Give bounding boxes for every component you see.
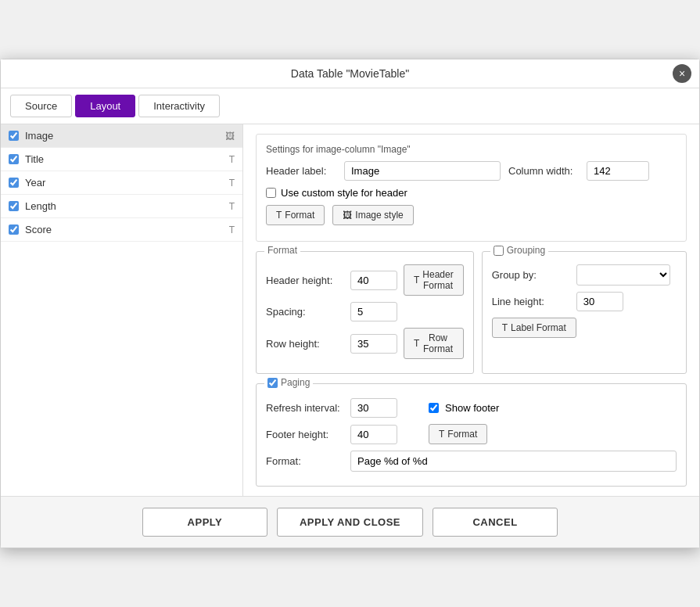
header-height-label: Header height:: [266, 275, 344, 286]
format-button[interactable]: T Format: [266, 205, 325, 225]
column-checkbox-year[interactable]: [9, 178, 19, 188]
label-format-row: T Label Format: [492, 318, 677, 338]
tab-layout[interactable]: Layout: [75, 95, 135, 117]
paging-checkbox[interactable]: [267, 378, 278, 388]
column-item-title[interactable]: Title T: [1, 148, 242, 171]
group-by-select[interactable]: Title Year Length Score: [576, 264, 670, 286]
column-item-length[interactable]: Length T: [1, 195, 242, 218]
cancel-button[interactable]: CANCEL: [433, 508, 558, 537]
header-height-input[interactable]: [350, 271, 397, 290]
column-checkbox-length[interactable]: [9, 201, 19, 211]
column-checkbox-title[interactable]: [9, 154, 19, 164]
header-height-row: Header height: T Header Format: [266, 264, 464, 296]
column-width-label-text: Column width:: [508, 165, 579, 177]
line-height-input[interactable]: [576, 292, 623, 311]
label-format-button[interactable]: T Label Format: [492, 318, 576, 338]
settings-panel: Settings for image-column "Image" Header…: [243, 124, 699, 496]
header-format-btn-label: Header Format: [422, 269, 453, 291]
custom-style-checkbox[interactable]: [266, 188, 276, 198]
column-label-score: Score: [25, 224, 229, 235]
paging-section: Paging Refresh interval: Show footer: [256, 383, 687, 487]
footer-format-button[interactable]: T Format: [429, 424, 487, 444]
paging-format-row: Format:: [266, 451, 677, 472]
refresh-interval-label: Refresh interval:: [266, 402, 344, 414]
show-footer-row: Show footer: [429, 402, 499, 414]
show-footer-label: Show footer: [445, 402, 499, 414]
paging-top-row: Refresh interval: Show footer: [266, 398, 677, 424]
footer-height-row: Footer height:: [266, 425, 397, 444]
format-image-row: T Format 🖼 Image style: [266, 205, 677, 225]
spacing-input[interactable]: [350, 302, 397, 321]
grouping-checkbox[interactable]: [494, 246, 504, 256]
row-format-button[interactable]: T Row Format: [404, 328, 464, 359]
image-style-button[interactable]: 🖼 Image style: [332, 205, 413, 225]
row-height-row: Row height: T Row Format: [266, 328, 464, 359]
column-width-input[interactable]: [587, 161, 649, 181]
modal-header: Data Table "MovieTable" ×: [1, 59, 699, 88]
modal: Data Table "MovieTable" × Source Layout …: [0, 59, 700, 548]
column-icon-score: T: [229, 224, 235, 235]
paging-middle-row: Footer height: T Format: [266, 424, 677, 451]
tab-source[interactable]: Source: [10, 95, 72, 117]
column-icon-title: T: [229, 154, 235, 165]
column-icon-length: T: [229, 201, 235, 212]
column-item-image[interactable]: Image 🖼: [1, 124, 242, 148]
refresh-interval-row: Refresh interval:: [266, 398, 397, 418]
paging-content: Refresh interval: Show footer Footer hei…: [266, 398, 677, 472]
column-settings-box: Settings for image-column "Image" Header…: [256, 134, 687, 242]
footer-format-btn-label: Format: [447, 429, 477, 440]
paging-format-label: Format:: [266, 455, 344, 467]
tab-interactivity[interactable]: Interactivity: [138, 95, 220, 117]
grouping-legend: Grouping: [490, 245, 548, 256]
column-item-score[interactable]: Score T: [1, 218, 242, 242]
paging-legend-label: Paging: [281, 377, 310, 388]
column-label-length: Length: [25, 200, 229, 212]
paging-legend: Paging: [264, 377, 313, 388]
tabs-bar: Source Layout Interactivity: [1, 88, 699, 124]
row-height-label: Row height:: [266, 338, 344, 350]
format-section: Format Header height: T Header Format Sp…: [256, 251, 474, 374]
close-button[interactable]: ×: [673, 64, 691, 83]
grouping-section: Grouping Group by: Title Year Length Sco…: [482, 251, 687, 374]
format-legend: Format: [264, 245, 300, 256]
footer-format-row: T Format: [429, 424, 487, 444]
group-by-row: Group by: Title Year Length Score: [492, 264, 677, 286]
modal-title: Data Table "MovieTable": [291, 67, 409, 80]
header-format-button[interactable]: T Header Format: [404, 264, 464, 296]
column-checkbox-score[interactable]: [9, 224, 19, 235]
spacing-label: Spacing:: [266, 306, 344, 318]
footer-height-input[interactable]: [350, 425, 397, 444]
grouping-legend-label: Grouping: [507, 245, 545, 256]
t-icon: T: [276, 210, 282, 221]
custom-style-row: Use custom style for header: [266, 187, 677, 199]
footer-format-t-icon: T: [439, 429, 444, 440]
row-format-btn-label: Row Format: [422, 332, 453, 354]
spacing-row: Spacing:: [266, 302, 464, 321]
column-item-year[interactable]: Year T: [1, 171, 242, 195]
footer-height-label: Footer height:: [266, 429, 344, 440]
apply-button[interactable]: APPLY: [142, 508, 267, 537]
header-format-t-icon: T: [414, 275, 419, 286]
column-settings-title: Settings for image-column "Image": [266, 144, 677, 155]
row-height-input[interactable]: [350, 334, 397, 354]
format-grouping-row: Format Header height: T Header Format Sp…: [256, 251, 687, 374]
header-label-text: Header label:: [266, 165, 336, 177]
column-label-year: Year: [25, 177, 229, 189]
image-style-icon: 🖼: [343, 210, 352, 221]
modal-footer: APPLY APPLY AND CLOSE CANCEL: [1, 496, 699, 548]
column-label-image: Image: [25, 130, 225, 142]
refresh-interval-input[interactable]: [350, 398, 397, 418]
show-footer-checkbox[interactable]: [429, 403, 439, 413]
column-icon-year: T: [229, 178, 235, 189]
apply-close-button[interactable]: APPLY AND CLOSE: [277, 508, 423, 537]
line-height-row: Line height:: [492, 292, 677, 311]
column-list: Image 🖼 Title T Year T Length T Score: [1, 124, 243, 496]
label-format-t-icon: T: [502, 322, 508, 333]
header-label-input[interactable]: [344, 161, 501, 181]
column-checkbox-image[interactable]: [9, 131, 19, 141]
column-icon-image: 🖼: [225, 131, 235, 142]
paging-format-input[interactable]: [350, 451, 677, 472]
row-format-t-icon: T: [414, 338, 419, 349]
header-label-row: Header label: Column width:: [266, 161, 677, 181]
custom-style-label: Use custom style for header: [281, 187, 407, 199]
